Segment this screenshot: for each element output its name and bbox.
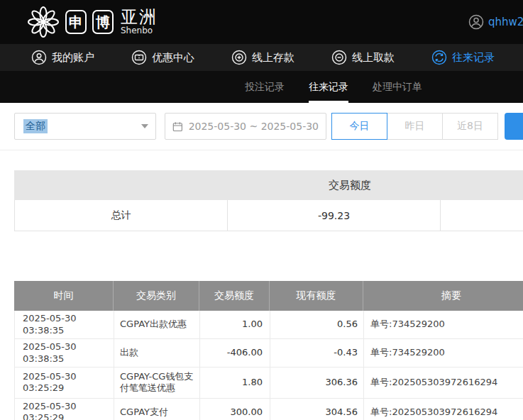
chevron-down-icon [141, 124, 148, 128]
cell-time: 2025-05-30 03:25:29 [15, 368, 114, 398]
tab-bet-records[interactable]: 投注记录 [245, 71, 285, 103]
column-header-time: 时间 [14, 281, 114, 311]
cell-balance: 306.36 [270, 368, 364, 398]
brand-char-box: 博 [92, 10, 114, 34]
nav-item-label: 优惠中心 [152, 51, 194, 65]
nav-item-label: 线上取款 [352, 51, 395, 65]
table-row: 2025-05-30 03:38:35 出款 -406.00 -0.43 单号:… [14, 339, 523, 368]
cell-amount: 1.80 [200, 368, 270, 398]
column-header-balance: 现有额度 [270, 281, 363, 311]
nav-item-label: 我的账户 [52, 51, 94, 65]
user-account-button[interactable]: qhhw2 [468, 14, 523, 30]
cell-time: 2025-05-30 03:25:29 [15, 399, 114, 420]
nav-item-withdraw[interactable]: 线上取款 [331, 50, 395, 65]
last-8-days-button[interactable]: 近8日 [442, 113, 498, 140]
table-row: 2025-05-30 03:25:29 CGPAY支付 300.00 304.5… [14, 399, 523, 420]
records-icon [431, 50, 447, 65]
brand-region-text: 亚洲 [121, 9, 158, 26]
cell-balance: 0.56 [270, 311, 364, 338]
flower-logo-icon [27, 6, 60, 38]
cell-type: CGPAY-CG钱包支付笔笔送优惠 [114, 368, 200, 398]
nav-item-label: 往来记录 [452, 51, 495, 65]
nav-item-deposit[interactable]: 线上存款 [231, 50, 294, 65]
brand-region: 亚洲 Shenbo [121, 9, 158, 35]
summary-table: 交易额度 总计 -99.23 [14, 170, 523, 231]
quick-date-buttons: 今日 昨日 近8日 [332, 113, 498, 140]
cell-type: CGPAY支付 [114, 399, 200, 420]
tab-pending-orders[interactable]: 处理中订单 [373, 71, 422, 103]
cell-memo: 单号:202505303972616294 [364, 399, 523, 420]
table-row: 2025-05-30 03:38:35 CGPAY出款优惠 1.00 0.56 … [14, 311, 523, 339]
cell-memo: 单号:202505303972616294 [364, 368, 523, 398]
brand-char-box: 申 [65, 10, 87, 34]
cell-type: CGPAY出款优惠 [114, 311, 200, 338]
category-select-value: 全部 [23, 119, 48, 133]
column-header-amount: 交易额度 [199, 281, 270, 311]
search-button[interactable] [505, 113, 523, 140]
cell-memo: 单号:734529200 [364, 311, 523, 338]
cell-type: 出款 [114, 339, 200, 367]
nav-item-label: 线上存款 [252, 51, 294, 65]
nav-item-records[interactable]: 往来记录 [431, 50, 495, 65]
summary-empty-cell [441, 200, 523, 231]
column-header-memo: 摘要 [363, 281, 523, 311]
nav-item-promotions[interactable]: 优惠中心 [131, 50, 194, 65]
date-range-input[interactable]: 2025-05-30 ~ 2025-05-30 [165, 113, 326, 140]
brand-subtitle: Shenbo [121, 26, 158, 35]
transactions-table: 时间 交易类别 交易额度 现有额度 摘要 2025-05-30 03:38:35… [14, 281, 523, 420]
username-label: qhhw2 [488, 16, 523, 28]
cell-balance: 304.56 [270, 399, 364, 420]
table-row: 2025-05-30 03:25:29 CGPAY-CG钱包支付笔笔送优惠 1.… [14, 368, 523, 399]
page: 申 博 亚洲 Shenbo qhhw2 我的账户 [0, 0, 523, 420]
category-select[interactable]: 全部 [14, 113, 156, 140]
cell-amount: 300.00 [200, 399, 270, 420]
cell-time: 2025-05-30 03:38:35 [15, 311, 114, 338]
deposit-icon [231, 50, 247, 65]
cell-memo: 单号:734529200 [364, 339, 523, 367]
cell-balance: -0.43 [270, 339, 364, 367]
brand-logo[interactable]: 申 博 亚洲 Shenbo [27, 6, 158, 38]
column-header-type: 交易类别 [114, 281, 199, 311]
summary-total-value: -99.23 [228, 200, 441, 231]
date-range-value: 2025-05-30 ~ 2025-05-30 [189, 121, 319, 132]
user-avatar-icon [468, 14, 484, 30]
promotions-icon [131, 50, 147, 65]
summary-total-label: 总计 [15, 200, 228, 231]
summary-row: 总计 -99.23 [14, 200, 523, 231]
cell-time: 2025-05-30 03:38:35 [15, 339, 114, 367]
nav-item-my-account[interactable]: 我的账户 [31, 50, 94, 65]
withdraw-icon [331, 50, 347, 65]
top-header: 申 博 亚洲 Shenbo qhhw2 [0, 0, 523, 44]
cell-amount: 1.00 [200, 311, 270, 338]
record-tabs: 投注记录 往来记录 处理中订单 [0, 71, 523, 103]
filter-bar: 全部 2025-05-30 ~ 2025-05-30 今日 昨日 近8日 [0, 103, 523, 150]
tab-transaction-records[interactable]: 往来记录 [309, 71, 348, 103]
today-button[interactable]: 今日 [331, 113, 387, 140]
yesterday-button[interactable]: 昨日 [387, 113, 443, 140]
table-header-row: 时间 交易类别 交易额度 现有额度 摘要 [14, 281, 523, 311]
cell-amount: -406.00 [200, 339, 270, 367]
calendar-icon [172, 121, 183, 133]
account-icon [31, 50, 47, 65]
summary-header: 交易额度 [14, 170, 523, 200]
main-nav: 我的账户 优惠中心 线上存款 线上取款 往来记录 [0, 44, 523, 71]
